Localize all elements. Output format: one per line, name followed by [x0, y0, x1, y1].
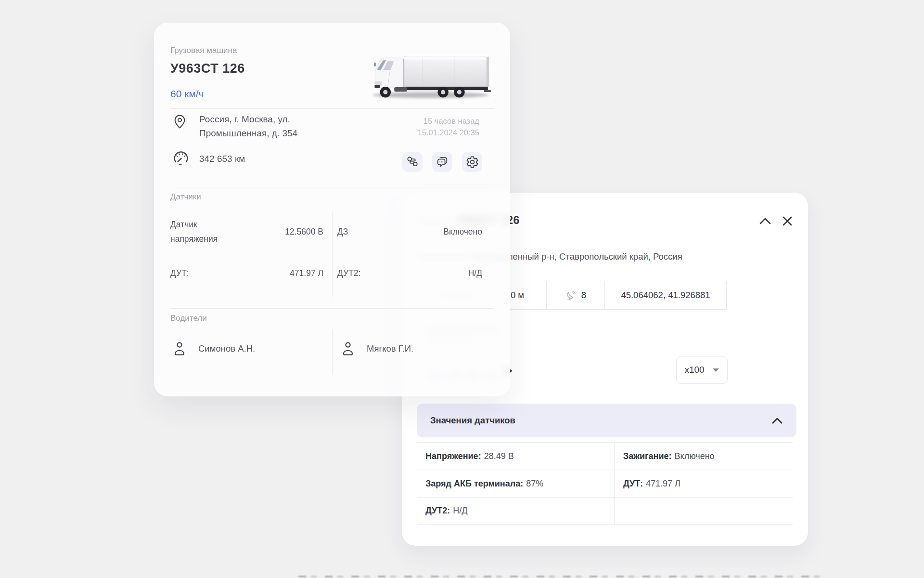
coordinates-value: 45.064062, 41.926881: [621, 290, 710, 301]
sensor-table-cell: ДУТ:471.97 Л: [614, 470, 793, 497]
sensor-value: 12.5600 В: [285, 227, 323, 237]
last-update: 15 часов назад 15.01.2024 20:35: [418, 115, 479, 138]
sensor-cell: ДУТ2: Н/Д: [337, 256, 482, 290]
sensor-cell: ДУТ: 471.97 Л: [170, 256, 323, 290]
sensor-value: Включено: [443, 227, 482, 237]
sensor-values-title: Значения датчиков: [430, 415, 515, 426]
chevron-up-icon: [758, 217, 772, 225]
divider: [170, 308, 494, 309]
sensor-label: Датчик напряжения: [170, 217, 243, 246]
satellites-count: 8: [581, 290, 586, 301]
chevron-down-icon: [712, 368, 719, 372]
sensor-cell: Датчик напряжения 12.5600 В: [170, 210, 323, 253]
location-pin-icon: [173, 114, 186, 129]
divider: [170, 254, 494, 254]
sensor-table-cell: Зажигание:Включено: [614, 443, 793, 470]
vehicle-plate: У963СТ 126: [170, 61, 245, 76]
satellite-icon: [565, 289, 577, 301]
stat-box-satellites: 8: [546, 281, 605, 310]
sensor-table-row: Заряд АКБ терминала:87% ДУТ:471.97 Л: [417, 470, 793, 497]
truck-image: [369, 53, 492, 101]
collapse-button[interactable]: [758, 214, 772, 228]
divider: [170, 187, 494, 187]
route-button[interactable]: [402, 152, 423, 172]
playback-speed-select[interactable]: x100: [676, 356, 728, 384]
vehicle-type-label: Грузовая машина: [170, 46, 237, 55]
person-icon: [172, 341, 187, 357]
divider: [332, 329, 333, 375]
odometer-icon: [172, 150, 190, 166]
sensor-table-cell: Напряжение:28.49 В: [417, 443, 614, 470]
sensor-values-header[interactable]: Значения датчиков: [417, 404, 796, 437]
playback-speed-value: x100: [684, 365, 704, 375]
chat-icon: [436, 155, 449, 169]
odometer-value: 342 653 км: [199, 154, 245, 164]
sensor-value: 471.97 Л: [290, 268, 323, 278]
divider: [332, 211, 333, 297]
stat-box-coordinates: 45.064062, 41.926881: [604, 281, 727, 310]
last-update-timestamp: 15.01.2024 20:35: [418, 127, 479, 138]
vehicle-address: Россия, г. Москва, ул. Промышленная, д. …: [199, 112, 297, 140]
sensor-label: ДУТ:: [170, 266, 189, 280]
close-button[interactable]: [780, 214, 795, 228]
vehicle-card: Грузовая машина У963СТ 126 60 км/ч: [154, 23, 510, 396]
driver-name: Симонов А.Н.: [198, 343, 255, 354]
sensor-label: ДЗ: [337, 224, 348, 239]
screen: У963СТ 126 Промышленный р-н, Ставропольс…: [0, 0, 924, 578]
close-icon: [782, 215, 793, 227]
altitude-value: 0 м: [511, 290, 524, 301]
person-icon: [341, 341, 355, 357]
sensor-table-row: Напряжение:28.49 В Зажигание:Включено: [417, 442, 793, 470]
sensor-cell: ДЗ Включено: [337, 210, 482, 253]
chat-button[interactable]: [432, 152, 452, 172]
settings-button[interactable]: [462, 152, 482, 172]
drivers-section-title: Водители: [170, 314, 207, 323]
driver-name: Мягков Г.И.: [367, 343, 413, 354]
sensor-values-table: Напряжение:28.49 В Зажигание:Включено За…: [417, 442, 793, 525]
driver-item: Мягков Г.И.: [341, 341, 413, 357]
sensor-table-cell: [614, 498, 793, 524]
last-update-time-ago: 15 часов назад: [418, 115, 479, 127]
sensor-table-cell: ДУТ2:Н/Д: [417, 498, 614, 524]
sensor-label: ДУТ2:: [337, 266, 360, 280]
sensor-value: Н/Д: [468, 268, 482, 278]
sensors-section-title: Датчики: [170, 192, 201, 202]
sensor-table-cell: Заряд АКБ терминала:87%: [417, 470, 614, 497]
gear-icon: [466, 156, 479, 169]
chevron-up-icon: [771, 417, 783, 424]
vehicle-speed: 60 км/ч: [170, 88, 204, 100]
divider: [170, 108, 494, 109]
route-icon: [406, 156, 419, 169]
driver-item: Симонов А.Н.: [172, 341, 255, 357]
sensor-table-row: ДУТ2:Н/Д: [417, 497, 793, 525]
cut-off-bottom-content: [298, 576, 823, 578]
